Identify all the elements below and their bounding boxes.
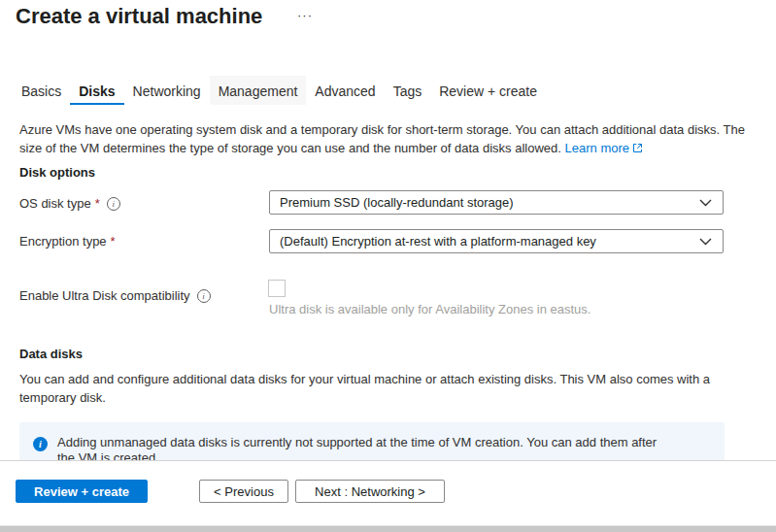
- tab-tags[interactable]: Tags: [385, 76, 431, 105]
- encryption-type-value: (Default) Encryption at-rest with a plat…: [280, 234, 596, 249]
- tab-management[interactable]: Management: [210, 76, 307, 105]
- os-disk-type-label-text: OS disk type: [19, 196, 91, 211]
- info-icon: i: [33, 437, 48, 451]
- required-asterisk: *: [95, 196, 100, 211]
- tab-bar: Basics Disks Networking Management Advan…: [13, 76, 546, 105]
- review-create-button[interactable]: Review + create: [16, 480, 148, 503]
- info-icon[interactable]: i: [107, 197, 120, 211]
- required-asterisk: *: [111, 234, 116, 249]
- ultra-disk-checkbox[interactable]: [268, 280, 286, 297]
- os-disk-type-label: OS disk type * i: [19, 196, 120, 211]
- os-disk-type-value: Premium SSD (locally-redundant storage): [280, 195, 514, 210]
- horizontal-scrollbar[interactable]: [0, 525, 776, 532]
- page-title: Create a virtual machine: [16, 4, 262, 29]
- ultra-disk-label-text: Enable Ultra Disk compatibility: [19, 288, 190, 303]
- info-banner-text: Adding unmanaged data disks is currently…: [57, 435, 671, 460]
- ultra-disk-label: Enable Ultra Disk compatibility i: [19, 288, 211, 303]
- info-banner: i Adding unmanaged data disks is current…: [19, 422, 725, 460]
- previous-button[interactable]: < Previous: [199, 480, 288, 503]
- disk-options-heading: Disk options: [19, 165, 95, 180]
- next-networking-button[interactable]: Next : Networking >: [295, 480, 445, 503]
- data-disks-description: You can add and configure additional dat…: [19, 370, 743, 407]
- tab-basics[interactable]: Basics: [13, 76, 70, 105]
- tab-disks[interactable]: Disks: [70, 76, 123, 105]
- create-vm-page: Create a virtual machine ··· Basics Disk…: [0, 0, 776, 532]
- os-disk-type-dropdown[interactable]: Premium SSD (locally-redundant storage): [269, 190, 724, 215]
- info-icon[interactable]: i: [197, 289, 211, 303]
- learn-more-label: Learn more: [565, 141, 629, 155]
- tab-advanced[interactable]: Advanced: [306, 76, 384, 105]
- intro-paragraph: Azure VMs have one operating system disk…: [19, 120, 756, 158]
- data-disks-heading: Data disks: [19, 347, 83, 361]
- footer-bar: Review + create < Previous Next : Networ…: [0, 460, 776, 525]
- more-actions-button[interactable]: ···: [297, 8, 313, 22]
- external-link-icon: [632, 140, 643, 158]
- tab-networking[interactable]: Networking: [124, 76, 210, 105]
- chevron-down-icon: [699, 195, 712, 210]
- tab-review-create[interactable]: Review + create: [430, 76, 546, 105]
- learn-more-link[interactable]: Learn more: [565, 141, 643, 155]
- chevron-down-icon: [699, 234, 712, 249]
- encryption-type-label: Encryption type *: [19, 234, 116, 249]
- encryption-type-label-text: Encryption type: [19, 234, 107, 249]
- ultra-disk-helper-text: Ultra disk is available only for Availab…: [269, 302, 590, 316]
- blade-content: Create a virtual machine ··· Basics Disk…: [0, 0, 776, 460]
- encryption-type-dropdown[interactable]: (Default) Encryption at-rest with a plat…: [269, 229, 724, 253]
